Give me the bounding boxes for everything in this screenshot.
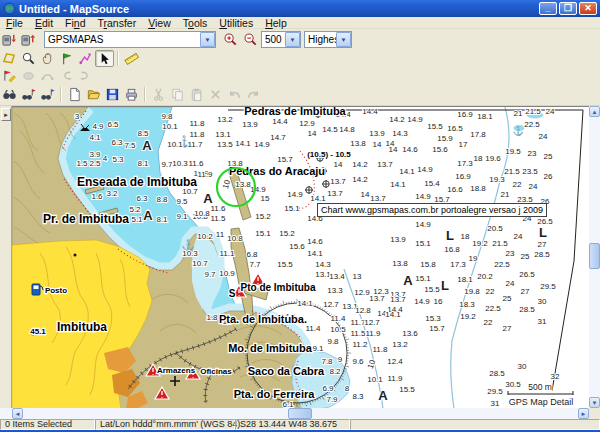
svg-text:16: 16 — [434, 297, 443, 306]
svg-text:20.2: 20.2 — [477, 272, 493, 281]
nautical-chart: ⚓⚓⚓34.94.16.58.56.37.53.945.38.11.52.59.… — [12, 107, 589, 408]
route-tool-button[interactable] — [76, 50, 95, 67]
svg-text:11: 11 — [216, 230, 225, 239]
svg-text:12.9: 12.9 — [299, 119, 315, 128]
toolbar-separator — [117, 51, 119, 66]
svg-text:Imbituba: Imbituba — [57, 320, 107, 334]
svg-text:6.1: 6.1 — [282, 400, 294, 408]
toolbar-separator — [60, 87, 62, 102]
send-to-device-icon — [2, 32, 17, 47]
map-select-tool-button[interactable] — [0, 50, 19, 67]
menu-view[interactable]: View — [142, 17, 177, 29]
svg-text:6.8: 6.8 — [246, 250, 258, 259]
chevron-down-icon[interactable]: ▼ — [285, 32, 300, 47]
svg-text:15.1: 15.1 — [255, 229, 271, 238]
map-scale-combo[interactable]: 500 m ▼ — [261, 31, 301, 48]
new-document-icon — [67, 87, 82, 102]
close-button[interactable]: ✕ — [579, 2, 597, 15]
map-product-combo[interactable]: GPSMAPAS ▼ — [44, 31, 216, 48]
pan-hand-tool-icon — [40, 51, 55, 66]
find-binoculars-button[interactable] — [0, 86, 19, 103]
svg-text:17.8: 17.8 — [470, 130, 486, 139]
svg-text:15.4: 15.4 — [424, 179, 440, 188]
map-detail-combo[interactable]: Highest ▼ — [304, 31, 352, 48]
waypoint-flag-tool-button[interactable] — [57, 50, 76, 67]
chevron-down-icon[interactable]: ▼ — [200, 32, 215, 47]
sidebar-expand-button[interactable]: ▸ — [1, 108, 11, 121]
restore-button[interactable]: ❐ — [559, 2, 577, 15]
svg-text:24: 24 — [506, 279, 515, 288]
spot-dot — [74, 254, 77, 257]
open-file-button[interactable] — [84, 86, 103, 103]
menu-find[interactable]: Find — [59, 17, 91, 29]
svg-text:14.5: 14.5 — [322, 125, 338, 134]
svg-text:25: 25 — [521, 252, 530, 261]
svg-text:14.1: 14.1 — [297, 299, 313, 308]
svg-text:16.9: 16.9 — [457, 110, 473, 119]
map-canvas[interactable]: ⚓⚓⚓34.94.16.58.56.37.53.945.38.11.52.59.… — [12, 106, 589, 408]
paste-icon — [189, 87, 204, 102]
selection-arrow-tool-button[interactable] — [95, 50, 114, 67]
edit-waypoint-tool-button[interactable] — [0, 67, 19, 84]
menu-tools[interactable]: Tools — [177, 17, 214, 29]
find-nearest-waypoint-button[interactable] — [19, 86, 38, 103]
vscroll-thumb[interactable] — [589, 243, 600, 269]
title-bar[interactable]: Untitled - MapSource _ ❐ ✕ — [0, 0, 600, 17]
svg-text:A: A — [203, 191, 213, 206]
svg-text:10.8: 10.8 — [227, 234, 243, 243]
svg-text:Pta. do Ferreira: Pta. do Ferreira — [234, 388, 316, 400]
find-nearest-place-button[interactable] — [38, 86, 57, 103]
horizontal-scrollbar[interactable]: ◄ ► — [0, 408, 589, 419]
scroll-right-icon[interactable]: ► — [578, 408, 589, 419]
chevron-down-icon[interactable]: ▼ — [336, 32, 351, 47]
zoom-in-button[interactable] — [221, 31, 240, 48]
svg-text:14.8: 14.8 — [339, 125, 355, 134]
svg-text:4.1: 4.1 — [89, 133, 101, 142]
zoom-tool-button[interactable] — [19, 50, 38, 67]
svg-text:13.8: 13.8 — [235, 180, 251, 189]
svg-text:14.1: 14.1 — [310, 194, 326, 203]
svg-text:14.1: 14.1 — [307, 249, 323, 258]
svg-text:28.5: 28.5 — [489, 369, 505, 378]
svg-text:14.6: 14.6 — [307, 237, 323, 246]
new-document-button[interactable] — [65, 86, 84, 103]
send-to-device-button[interactable] — [0, 31, 19, 48]
hscroll-thumb[interactable] — [288, 408, 312, 419]
svg-text:500 m: 500 m — [528, 382, 552, 392]
receive-from-device-icon — [21, 32, 36, 47]
svg-text:14.9: 14.9 — [414, 297, 430, 306]
svg-text:14.9: 14.9 — [287, 190, 303, 199]
svg-text:5.1: 5.1 — [131, 215, 143, 224]
receive-from-device-button[interactable] — [19, 31, 38, 48]
scroll-down-icon[interactable]: ▼ — [589, 397, 600, 408]
svg-text:Enseada de Imbituba: Enseada de Imbituba — [77, 175, 197, 189]
svg-text:6.9: 6.9 — [322, 384, 334, 393]
menu-file[interactable]: File — [0, 17, 29, 29]
svg-text:11.9: 11.9 — [198, 170, 214, 179]
minimize-button[interactable]: _ — [539, 2, 557, 15]
menu-utilities[interactable]: Utilities — [213, 17, 259, 29]
measure-ruler-tool-button[interactable] — [122, 50, 141, 67]
edit-waypoint-tool-icon — [2, 68, 17, 83]
menu-edit[interactable]: Edit — [29, 17, 59, 29]
svg-text:4.9: 4.9 — [92, 122, 104, 131]
svg-text:Armazens: Armazens — [157, 366, 196, 375]
svg-text:14.1: 14.1 — [385, 310, 401, 319]
svg-text:25: 25 — [544, 152, 553, 161]
vertical-scrollbar[interactable]: ▲ ▼ — [589, 106, 600, 408]
zoom-out-button[interactable] — [241, 31, 260, 48]
scroll-left-icon[interactable]: ◄ — [12, 408, 23, 419]
save-file-button[interactable] — [103, 86, 122, 103]
svg-text:12.4: 12.4 — [387, 357, 403, 366]
svg-text:27: 27 — [521, 287, 530, 296]
svg-text:13.4: 13.4 — [329, 272, 345, 281]
scroll-up-icon[interactable]: ▲ — [589, 106, 600, 117]
menu-transfer[interactable]: Transfer — [91, 17, 142, 29]
menu-help[interactable]: Help — [259, 17, 293, 29]
svg-text:14.7: 14.7 — [270, 133, 286, 142]
svg-text:9.8: 9.8 — [327, 337, 339, 346]
print-button[interactable] — [122, 86, 141, 103]
svg-text:19.2: 19.2 — [460, 312, 476, 321]
erase-tool-icon — [21, 68, 36, 83]
pan-hand-tool-button[interactable] — [38, 50, 57, 67]
